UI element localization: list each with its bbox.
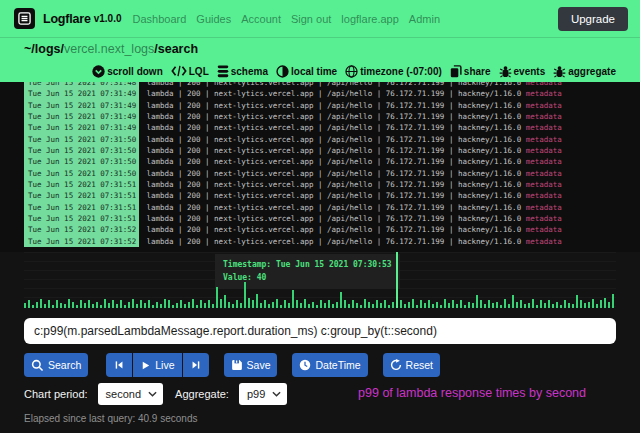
nav-link-logflare-app[interactable]: logflare.app	[341, 13, 399, 25]
chart-bar	[204, 303, 206, 308]
chart-bar	[460, 300, 462, 308]
chart-bar	[32, 305, 34, 308]
skip-end-button[interactable]	[183, 353, 209, 377]
log-row: Tue Jun 15 2021 07:31:49lambda | 200 | n…	[0, 122, 640, 133]
chart-bar	[168, 300, 170, 308]
live-button[interactable]: Live	[133, 353, 181, 377]
chart-bar	[556, 302, 558, 308]
log-row: Tue Jun 15 2021 07:31:51lambda | 200 | n…	[0, 179, 640, 190]
log-area[interactable]: Tue Jun 15 2021 07:31:48lambda | 200 | n…	[0, 82, 640, 252]
logflare-logo[interactable]	[14, 8, 35, 29]
metadata-link[interactable]: metadata	[526, 203, 562, 212]
buttons-row: Search Live Save	[24, 353, 440, 377]
metadata-link[interactable]: metadata	[526, 89, 562, 98]
chart-bar	[68, 299, 70, 308]
chart-bar	[440, 305, 442, 308]
skip-start-button[interactable]	[106, 353, 132, 377]
skip-end-icon	[190, 359, 202, 371]
log-line: lambda | 200 | next-lytics.vercel.app | …	[146, 214, 561, 223]
toolbar-item-lql[interactable]: LQL	[171, 65, 209, 77]
chart-bar	[140, 300, 142, 308]
chart-bar	[24, 303, 26, 308]
log-timestamp: Tue Jun 15 2021 07:31:50	[24, 156, 139, 167]
toolbar-item-share[interactable]: share	[450, 65, 491, 78]
chart-bar	[212, 304, 214, 308]
chart-bar	[448, 303, 450, 308]
local-time-icon	[276, 65, 289, 78]
chart-bar	[564, 300, 566, 308]
main-nav: DashboardGuidesAccountSign outlogflare.a…	[133, 13, 441, 25]
search-icon	[31, 359, 44, 372]
metadata-link[interactable]: metadata	[526, 237, 562, 246]
metadata-link[interactable]: metadata	[526, 169, 562, 178]
log-line: lambda | 200 | next-lytics.vercel.app | …	[146, 82, 561, 87]
log-timestamp: Tue Jun 15 2021 07:31:52	[24, 236, 139, 247]
chart-bar	[152, 305, 154, 308]
log-line: lambda | 200 | next-lytics.vercel.app | …	[146, 169, 561, 178]
chart-bar	[348, 304, 350, 308]
chart-controls: Chart period: second Aggregate: p99	[24, 383, 287, 405]
chart-bar	[224, 295, 226, 308]
chart-bar	[96, 302, 98, 308]
nav-link-admin[interactable]: Admin	[409, 13, 440, 25]
chart-bar	[372, 304, 374, 308]
chart-bar	[344, 300, 346, 308]
chart-bar	[504, 299, 506, 308]
chart-bar	[208, 300, 210, 308]
events-icon	[499, 65, 512, 78]
chart-bar	[156, 302, 158, 308]
chart: Timestamp: Tue Jun 15 2021 07:30:53 Valu…	[0, 252, 640, 308]
metadata-link[interactable]: metadata	[526, 191, 562, 200]
upgrade-button[interactable]: Upgrade	[558, 7, 628, 31]
reset-button[interactable]: Reset	[383, 353, 440, 377]
search-button[interactable]: Search	[24, 353, 88, 377]
datetime-button[interactable]: DateTime	[292, 353, 367, 377]
nav-link-guides[interactable]: Guides	[196, 13, 231, 25]
chart-bar	[384, 300, 386, 308]
toolbar-item-scroll-down[interactable]: scroll down	[92, 65, 163, 78]
chart-bar	[84, 303, 86, 308]
chart-bar	[456, 304, 458, 308]
aggregate-select[interactable]: p99	[239, 383, 287, 405]
chart-bars[interactable]	[24, 252, 616, 308]
chart-bar	[536, 305, 538, 308]
metadata-link[interactable]: metadata	[526, 135, 562, 144]
toolbar-item-events[interactable]: events	[499, 65, 546, 78]
breadcrumb-prefix[interactable]: ~/logs/	[24, 42, 64, 56]
query-input[interactable]	[24, 318, 616, 344]
nav-link-sign-out[interactable]: Sign out	[291, 13, 331, 25]
chart-period-select[interactable]: second	[98, 383, 163, 405]
chart-bar	[172, 305, 174, 308]
nav-link-account[interactable]: Account	[241, 13, 281, 25]
toolbar-item-schema[interactable]: schema	[217, 65, 268, 78]
metadata-link[interactable]: metadata	[526, 123, 562, 132]
brand-name[interactable]: Logflare	[43, 12, 91, 26]
chart-bar	[444, 299, 446, 308]
metadata-link[interactable]: metadata	[526, 225, 562, 234]
toolbar-item-local-time[interactable]: local time	[276, 65, 337, 78]
metadata-link[interactable]: metadata	[526, 146, 562, 155]
metadata-link[interactable]: metadata	[526, 101, 562, 110]
metadata-link[interactable]: metadata	[526, 180, 562, 189]
metadata-link[interactable]: metadata	[526, 157, 562, 166]
nav-link-dashboard[interactable]: Dashboard	[133, 13, 187, 25]
metadata-link[interactable]: metadata	[526, 112, 562, 121]
metadata-link[interactable]: metadata	[526, 82, 562, 87]
save-button[interactable]: Save	[224, 353, 278, 377]
chart-bar	[112, 300, 114, 308]
toolbar-item-timezone-07-00[interactable]: timezone (-07:00)	[345, 65, 442, 78]
chart-bar	[192, 299, 194, 308]
breadcrumb-source[interactable]: vercel.next_logs	[64, 42, 154, 56]
log-timestamp: Tue Jun 15 2021 07:31:51	[24, 202, 139, 213]
toolbar-item-aggregate[interactable]: aggregate	[553, 65, 616, 78]
log-row: Tue Jun 15 2021 07:31:52lambda | 200 | n…	[0, 224, 640, 235]
chart-bar	[532, 299, 534, 308]
log-timestamp: Tue Jun 15 2021 07:31:51	[24, 213, 139, 224]
log-line: lambda | 200 | next-lytics.vercel.app | …	[146, 112, 561, 121]
metadata-link[interactable]: metadata	[526, 214, 562, 223]
chart-bar	[396, 252, 398, 308]
chart-bar	[304, 299, 306, 308]
chart-bar	[608, 302, 610, 308]
chart-plot[interactable]: Timestamp: Tue Jun 15 2021 07:30:53 Valu…	[24, 252, 616, 308]
chart-bar	[184, 304, 186, 308]
